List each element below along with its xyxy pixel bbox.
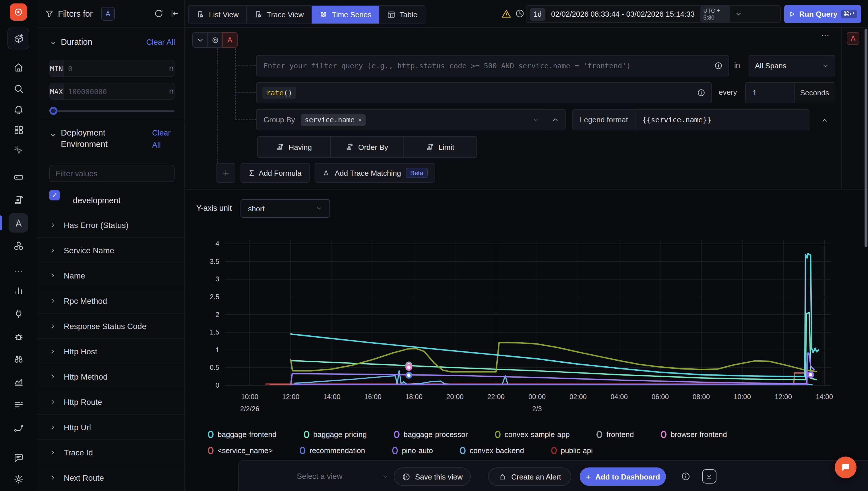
filter-section-trace-id[interactable]: Trace Id	[37, 440, 185, 465]
info-icon[interactable]	[714, 61, 723, 70]
rail-item-explorer-binoculars[interactable]	[9, 349, 28, 369]
collapse-options-button[interactable]	[816, 112, 832, 128]
rail-item-integrations-plug[interactable]	[9, 304, 28, 323]
query-scope-select[interactable]: All Spans	[749, 55, 835, 76]
order-by-button[interactable]: Order By	[331, 137, 403, 157]
rail-item-exceptions-bug[interactable]	[9, 327, 28, 346]
save-this-view-button[interactable]: Save this view	[394, 467, 471, 486]
filter-query-input[interactable]	[257, 61, 714, 70]
panel-toggle-icon[interactable]	[702, 469, 716, 484]
query-options-menu[interactable]: ⋯	[821, 30, 830, 40]
deployment-clear-all-link[interactable]: Clear All	[152, 127, 179, 151]
marker-pino-auto[interactable]	[808, 372, 813, 377]
warning-icon[interactable]	[501, 9, 511, 19]
rail-item-pipelines-route[interactable]	[9, 418, 28, 438]
checkbox-checked[interactable]: ✓	[49, 190, 60, 200]
marker-recommendation[interactable]	[406, 373, 411, 378]
filter-section-has-error-status-[interactable]: Has Error (Status)	[37, 212, 185, 238]
rail-item-services-cubes[interactable]	[9, 236, 28, 256]
filter-section-next-route[interactable]: Next Route	[37, 465, 185, 490]
refresh-icon[interactable]	[154, 9, 163, 18]
rail-item-pointer-click[interactable]	[9, 140, 28, 160]
rail-item-signoz-logo[interactable]	[10, 3, 27, 21]
rail-item-logs-lines[interactable]	[9, 395, 28, 414]
legend-item-baggage-pricing[interactable]: baggage-pricing	[303, 430, 366, 439]
legend-format-value[interactable]: {{service.name}}	[635, 115, 712, 124]
group-by-box[interactable]: Group By service.name✕	[256, 109, 566, 131]
legend-item--service-name-[interactable]: <service_name>	[208, 446, 273, 455]
add-query-button[interactable]	[216, 163, 235, 183]
collapse-group-by-button[interactable]	[545, 110, 565, 130]
rail-item-alerts-bell[interactable]	[9, 99, 28, 119]
rail-item-home[interactable]	[9, 57, 28, 77]
filter-section-http-url[interactable]: Http Url	[37, 415, 185, 440]
query-name-badge[interactable]: A	[222, 32, 238, 48]
legend-item-frontend[interactable]: frontend	[597, 430, 634, 439]
limit-button[interactable]: Limit	[403, 137, 477, 157]
duration-slider[interactable]	[49, 107, 175, 115]
legend-item-convex-backend[interactable]: convex-backend	[460, 446, 524, 455]
legend-item-recommendation[interactable]: recommendation	[300, 446, 365, 455]
info-icon[interactable]	[697, 88, 706, 97]
time-range-picker[interactable]: 1d 02/02/2026 08:33:44 - 03/02/2026 15:1…	[526, 5, 781, 23]
tab-list-view[interactable]: List View	[189, 6, 247, 24]
aggregation-input-box[interactable]: rate()	[256, 82, 712, 104]
deployment-option-row[interactable]: ✓ development	[49, 189, 60, 202]
slider-handle[interactable]	[49, 107, 57, 115]
filter-section-http-method[interactable]: Http Method	[37, 364, 185, 389]
rail-item-infrastructure-server[interactable]	[9, 167, 28, 186]
rail-item-search[interactable]	[9, 79, 28, 98]
rail-item-dashboards-chart[interactable]	[9, 372, 28, 392]
rail-item-settings-gear[interactable]	[9, 469, 28, 489]
info-icon[interactable]	[681, 471, 691, 481]
rail-item-logs-scroll[interactable]	[9, 190, 28, 210]
vertical-scrollbar[interactable]	[865, 29, 867, 247]
rail-item-metrics-bars[interactable]	[9, 281, 28, 300]
legend-item-baggage-processor[interactable]: baggage-processor	[394, 430, 468, 439]
rail-item-onboarding-package-plus[interactable]	[7, 28, 29, 49]
deployment-filter-values-input[interactable]	[49, 165, 175, 182]
collapse-sidebar-icon[interactable]	[170, 9, 180, 18]
slider-track[interactable]	[49, 110, 175, 112]
add-formula-button[interactable]: Σ Add Formula	[241, 163, 310, 183]
create-an-alert-button[interactable]: Create an Alert	[488, 467, 571, 486]
legend-item-baggage-frontend[interactable]: baggage-frontend	[208, 430, 276, 439]
duration-section-header[interactable]: Duration Clear All	[37, 37, 185, 49]
duration-clear-all-link[interactable]: Clear All	[146, 38, 175, 47]
filter-section-service-name[interactable]: Service Name	[37, 238, 185, 263]
history-clock-icon[interactable]	[515, 9, 525, 18]
support-chat-fab[interactable]	[835, 457, 857, 479]
rail-item-more-dots[interactable]	[9, 261, 28, 281]
remove-chip-icon[interactable]: ✕	[358, 116, 362, 123]
legend-item-browser-frontend[interactable]: browser-frontend	[661, 430, 727, 439]
timezone-badge[interactable]: UTC + 5:30	[700, 6, 730, 22]
timeseries-chart[interactable]: 00.511.522.533.5410:002/2/2612:0014:0016…	[189, 230, 838, 428]
legend-item-pino-auto[interactable]: pino-auto	[392, 446, 433, 455]
filter-section-http-route[interactable]: Http Route	[37, 389, 185, 415]
run-query-button[interactable]: Run Query ⌘↵	[784, 5, 861, 23]
marker-browser-frontend[interactable]	[406, 365, 411, 370]
query-badge-side[interactable]: A	[847, 32, 859, 45]
legend-item-public-api[interactable]: public-api	[551, 446, 593, 455]
collapse-query-button[interactable]	[192, 32, 208, 48]
rail-item-traces-compass[interactable]	[9, 213, 28, 233]
filters-query-badge[interactable]: A	[101, 7, 115, 21]
legend-item-convex-sample-app[interactable]: convex-sample-app	[495, 430, 570, 439]
aggregate-every-input[interactable]	[746, 88, 794, 97]
y-axis-unit-select[interactable]: short	[241, 199, 330, 218]
filter-section-name[interactable]: Name	[37, 263, 185, 288]
filter-section-http-host[interactable]: Http Host	[37, 339, 185, 364]
rail-item-support-chat[interactable]	[9, 448, 28, 467]
tab-time-series[interactable]: Time Series	[312, 6, 380, 24]
tab-table[interactable]: Table	[380, 6, 425, 24]
tab-trace-view[interactable]: Trace View	[247, 6, 312, 24]
toggle-query-visibility-button[interactable]	[207, 32, 223, 48]
group-by-chip[interactable]: service.name✕	[301, 114, 366, 125]
select-view-dropdown[interactable]: Select a view	[297, 467, 389, 485]
aggregation-function-chip[interactable]: rate()	[262, 87, 296, 99]
rail-item-apps-grid[interactable]	[9, 120, 28, 140]
filter-section-response-status-code[interactable]: Response Status Code	[37, 314, 185, 339]
add-to-dashboard-button[interactable]: + Add to Dashboard	[580, 467, 666, 486]
duration-max-input[interactable]	[63, 87, 169, 96]
aggregate-every-unit[interactable]: Seconds	[794, 83, 835, 103]
